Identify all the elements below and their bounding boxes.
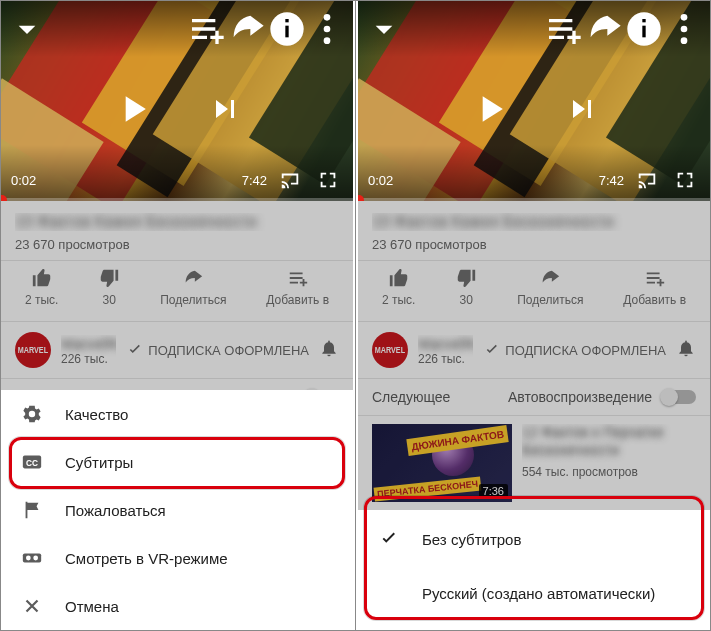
svg-point-15	[681, 26, 688, 33]
suggestion-meta: 554 тыс. просмотров	[522, 465, 696, 480]
share-label: Поделиться	[160, 293, 226, 307]
subscriber-count: 226 тыс.	[61, 352, 116, 366]
svg-point-14	[681, 14, 688, 21]
video-player[interactable]: 0:02 7:42	[358, 1, 710, 201]
close-icon	[21, 595, 43, 617]
menu-item-subtitles[interactable]: CC Субтитры	[1, 438, 353, 486]
menu-item-report[interactable]: Пожаловаться	[1, 486, 353, 534]
phone-screen-left: 0:02 7:42 10 Фактов Камня Бесконечности …	[1, 1, 353, 630]
svg-rect-12	[642, 26, 645, 38]
dislike-button[interactable]: 30	[455, 267, 477, 307]
dislike-count: 30	[103, 293, 116, 307]
video-title: 10 Фактов Камня Бесконечности	[372, 213, 696, 231]
add-button[interactable]: Добавить в	[623, 267, 686, 307]
add-button[interactable]: Добавить в	[266, 267, 329, 307]
action-bar: 2 тыс. 30 Поделиться Добавить в	[1, 261, 353, 321]
video-meta: 10 Фактов Камня Бесконечности 23 670 про…	[1, 201, 353, 261]
collapse-icon[interactable]	[7, 9, 47, 49]
video-title: 10 Фактов Камня Бесконечности	[15, 213, 339, 231]
next-button[interactable]	[207, 91, 243, 127]
view-count: 23 670 просмотров	[372, 237, 696, 252]
add-to-playlist-icon[interactable]	[187, 9, 227, 49]
player-center-controls	[1, 87, 353, 131]
channel-row[interactable]: MARVEL MarvelRu 226 тыс. ПОДПИСКА ОФОРМЛ…	[358, 321, 710, 379]
share-button[interactable]: Поделиться	[160, 267, 226, 307]
channel-row[interactable]: MARVEL MarvelRu 226 тыс. ПОДПИСКА ОФОРМЛ…	[1, 321, 353, 379]
next-button[interactable]	[564, 91, 600, 127]
svg-rect-13	[642, 19, 645, 22]
play-button[interactable]	[111, 87, 155, 131]
fullscreen-icon[interactable]	[670, 160, 700, 200]
subtitle-picker: Без субтитров Русский (создано автоматич…	[358, 512, 710, 630]
subscriber-count: 226 тыс.	[418, 352, 473, 366]
info-icon[interactable]	[267, 9, 307, 49]
autoplay-label: Автовоспроизведение	[508, 389, 652, 405]
svg-point-4	[324, 26, 331, 33]
player-topbar	[358, 1, 710, 57]
share-button[interactable]: Поделиться	[517, 267, 583, 307]
play-button[interactable]	[468, 87, 512, 131]
notification-bell-icon[interactable]	[676, 338, 696, 362]
add-label: Добавить в	[266, 293, 329, 307]
cast-icon[interactable]	[632, 160, 662, 200]
svg-point-9	[26, 556, 31, 561]
share-icon[interactable]	[227, 9, 267, 49]
like-button[interactable]: 2 тыс.	[25, 267, 58, 307]
fullscreen-icon[interactable]	[313, 160, 343, 200]
notification-bell-icon[interactable]	[319, 338, 339, 362]
collapse-icon[interactable]	[364, 9, 404, 49]
add-to-playlist-icon[interactable]	[544, 9, 584, 49]
player-bottombar: 0:02 7:42	[1, 159, 353, 201]
svg-point-5	[324, 37, 331, 44]
channel-name: MarvelRu	[61, 335, 116, 352]
player-topbar	[1, 1, 353, 57]
menu-item-quality[interactable]: Качество	[1, 390, 353, 438]
options-menu: Качество CC Субтитры Пожаловаться Смотре…	[1, 390, 353, 630]
current-time: 0:02	[368, 173, 393, 188]
subtitle-option-none[interactable]: Без субтитров	[358, 512, 710, 566]
like-count: 2 тыс.	[25, 293, 58, 307]
share-icon[interactable]	[584, 9, 624, 49]
like-button[interactable]: 2 тыс.	[382, 267, 415, 307]
suggestion-title: 12 Фактов о Перчатке Бесконечности	[522, 424, 696, 459]
svg-point-3	[324, 14, 331, 21]
vr-icon	[21, 547, 43, 569]
suggestion-thumbnail: ДЮЖИНА ФАКТОВ ПЕРЧАТКА БЕСКОНЕЧ 7:36	[372, 424, 512, 502]
svg-point-16	[681, 37, 688, 44]
svg-text:CC: CC	[26, 459, 38, 468]
check-icon	[378, 528, 400, 550]
duration: 7:42	[242, 173, 267, 188]
gear-icon	[21, 403, 43, 425]
subscribed-button[interactable]: ПОДПИСКА ОФОРМЛЕНА	[483, 341, 666, 359]
info-icon[interactable]	[624, 9, 664, 49]
cast-icon[interactable]	[275, 160, 305, 200]
view-count: 23 670 просмотров	[15, 237, 339, 252]
suggestion-duration: 7:36	[479, 484, 508, 498]
progress-bar[interactable]	[358, 198, 710, 201]
svg-rect-2	[285, 19, 288, 22]
suggestion-row[interactable]: ДЮЖИНА ФАКТОВ ПЕРЧАТКА БЕСКОНЕЧ 7:36 12 …	[358, 416, 710, 510]
dislike-button[interactable]: 30	[98, 267, 120, 307]
subscribed-button[interactable]: ПОДПИСКА ОФОРМЛЕНА	[126, 341, 309, 359]
channel-avatar[interactable]: MARVEL	[372, 332, 408, 368]
progress-bar[interactable]	[1, 198, 353, 201]
channel-name: MarvelRu	[418, 335, 473, 352]
cc-icon: CC	[21, 451, 43, 473]
phone-screen-right: 0:02 7:42 10 Фактов Камня Бесконечности …	[358, 1, 710, 630]
svg-rect-1	[285, 26, 288, 38]
more-icon[interactable]	[664, 9, 704, 49]
autoplay-switch[interactable]	[662, 390, 696, 404]
duration: 7:42	[599, 173, 624, 188]
menu-item-vr[interactable]: Смотреть в VR-режиме	[1, 534, 353, 582]
svg-point-10	[33, 556, 38, 561]
flag-icon	[21, 499, 43, 521]
menu-item-cancel[interactable]: Отмена	[1, 582, 353, 630]
svg-rect-8	[23, 553, 41, 562]
current-time: 0:02	[11, 173, 36, 188]
channel-avatar[interactable]: MARVEL	[15, 332, 51, 368]
video-player[interactable]: 0:02 7:42	[1, 1, 353, 201]
more-icon[interactable]	[307, 9, 347, 49]
subtitle-option-ru-auto[interactable]: Русский (создано автоматически)	[358, 566, 710, 620]
upnext-label: Следующее	[372, 389, 450, 405]
